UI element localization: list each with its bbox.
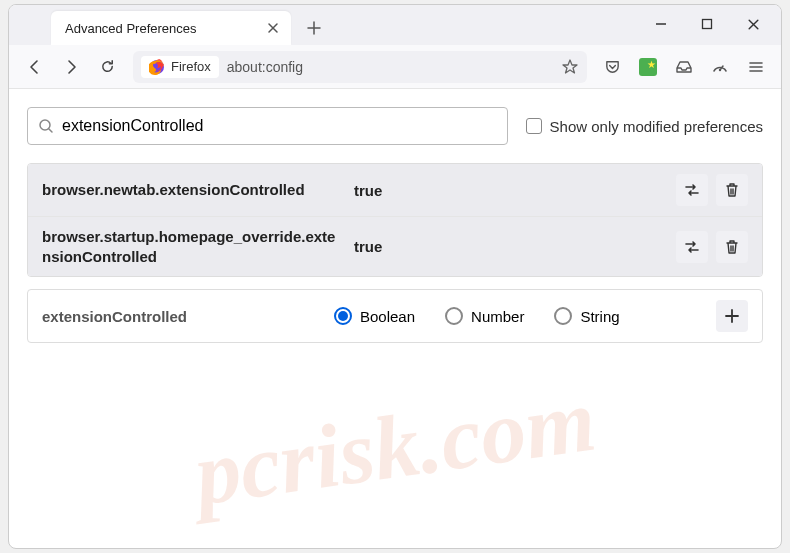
pref-row: browser.startup.homepage_override.extens…: [28, 217, 762, 276]
toolbar: Firefox about:config: [9, 45, 781, 89]
pref-name: browser.newtab.extensionControlled: [42, 180, 342, 200]
bookmark-star-icon[interactable]: [561, 58, 579, 76]
radio-string[interactable]: String: [554, 307, 619, 325]
content-area: Show only modified preferences browser.n…: [9, 89, 781, 548]
close-window-button[interactable]: [731, 9, 775, 39]
radio-icon[interactable]: [334, 307, 352, 325]
watermark: pcrisk.com: [189, 367, 602, 525]
pref-value: true: [354, 182, 664, 199]
url-identity-label: Firefox: [171, 59, 211, 74]
back-button[interactable]: [19, 51, 51, 83]
forward-button[interactable]: [55, 51, 87, 83]
url-bar[interactable]: Firefox about:config: [133, 51, 587, 83]
menu-icon[interactable]: [741, 52, 771, 82]
radio-icon[interactable]: [445, 307, 463, 325]
reload-button[interactable]: [91, 51, 123, 83]
tab-close-icon[interactable]: [265, 20, 281, 36]
tab-advanced-preferences[interactable]: Advanced Preferences: [51, 11, 291, 45]
radio-icon[interactable]: [554, 307, 572, 325]
browser-window: Advanced Preferences: [8, 4, 782, 549]
radio-label: Number: [471, 308, 524, 325]
search-box[interactable]: [27, 107, 508, 145]
radio-boolean[interactable]: Boolean: [334, 307, 415, 325]
toggle-button[interactable]: [676, 231, 708, 263]
pref-value: true: [354, 238, 664, 255]
url-identity[interactable]: Firefox: [141, 56, 219, 78]
add-pref-name: extensionControlled: [42, 308, 322, 325]
prefs-table: browser.newtab.extensionControlled true …: [27, 163, 763, 277]
show-modified-checkbox[interactable]: Show only modified preferences: [526, 118, 763, 135]
radio-number[interactable]: Number: [445, 307, 524, 325]
radio-label: String: [580, 308, 619, 325]
checkbox-label: Show only modified preferences: [550, 118, 763, 135]
add-pref-row: extensionControlled Boolean Number Strin…: [27, 289, 763, 343]
window-controls: [639, 9, 775, 39]
maximize-button[interactable]: [685, 9, 729, 39]
pocket-icon[interactable]: [597, 52, 627, 82]
svg-point-2: [719, 68, 721, 70]
delete-button[interactable]: [716, 231, 748, 263]
pref-row: browser.newtab.extensionControlled true: [28, 164, 762, 217]
gauge-icon[interactable]: [705, 52, 735, 82]
tab-title: Advanced Preferences: [65, 21, 255, 36]
tab-bar: Advanced Preferences: [9, 5, 781, 45]
search-icon: [38, 118, 54, 134]
add-button[interactable]: [716, 300, 748, 332]
delete-button[interactable]: [716, 174, 748, 206]
firefox-icon: [149, 59, 165, 75]
svg-rect-0: [703, 20, 712, 29]
new-tab-button[interactable]: [299, 13, 329, 43]
minimize-button[interactable]: [639, 9, 683, 39]
toolbar-icons: [597, 52, 771, 82]
url-text: about:config: [227, 59, 553, 75]
pref-name: browser.startup.homepage_override.extens…: [42, 227, 342, 266]
search-row: Show only modified preferences: [27, 107, 763, 145]
toggle-button[interactable]: [676, 174, 708, 206]
checkbox-icon[interactable]: [526, 118, 542, 134]
search-input[interactable]: [62, 117, 497, 135]
pref-actions: [676, 174, 748, 206]
extension-icon[interactable]: [633, 52, 663, 82]
pref-actions: [676, 231, 748, 263]
radio-label: Boolean: [360, 308, 415, 325]
type-radio-group: Boolean Number String: [334, 307, 704, 325]
inbox-icon[interactable]: [669, 52, 699, 82]
